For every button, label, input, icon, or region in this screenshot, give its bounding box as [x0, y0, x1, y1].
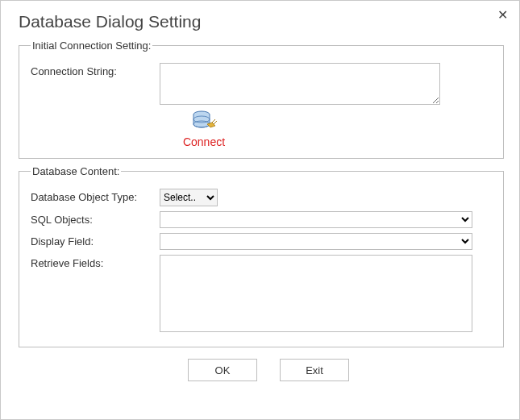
- initial-connection-legend: Initial Connection Setting:: [31, 40, 152, 52]
- database-dialog: ✕ Database Dialog Setting Initial Connec…: [0, 0, 520, 420]
- connection-string-label: Connection String:: [31, 63, 160, 77]
- object-type-select[interactable]: Select..: [160, 189, 218, 206]
- dialog-button-bar: OK Exit: [188, 359, 504, 381]
- connect-button[interactable]: Connect: [160, 110, 248, 148]
- connection-string-input[interactable]: [160, 63, 440, 105]
- display-field-select[interactable]: [160, 233, 472, 250]
- close-icon[interactable]: ✕: [497, 7, 508, 23]
- ok-button[interactable]: OK: [188, 359, 257, 381]
- exit-button[interactable]: Exit: [280, 359, 349, 381]
- svg-line-3: [212, 119, 215, 123]
- database-content-legend: Database Content:: [31, 165, 121, 177]
- retrieve-fields-label: Retrieve Fields:: [31, 255, 160, 269]
- retrieve-fields-input[interactable]: [160, 255, 472, 332]
- dialog-title: Database Dialog Setting: [19, 12, 504, 31]
- object-type-label: Database Object Type:: [31, 189, 160, 203]
- database-content-group: Database Content: Database Object Type: …: [19, 165, 504, 347]
- sql-objects-label: SQL Objects:: [31, 211, 160, 226]
- connect-label: Connect: [160, 135, 248, 148]
- initial-connection-group: Initial Connection Setting: Connection S…: [19, 40, 504, 159]
- svg-line-4: [214, 121, 217, 124]
- sql-objects-select[interactable]: [160, 211, 472, 228]
- database-plug-icon: [191, 110, 217, 134]
- display-field-label: Display Field:: [31, 233, 160, 247]
